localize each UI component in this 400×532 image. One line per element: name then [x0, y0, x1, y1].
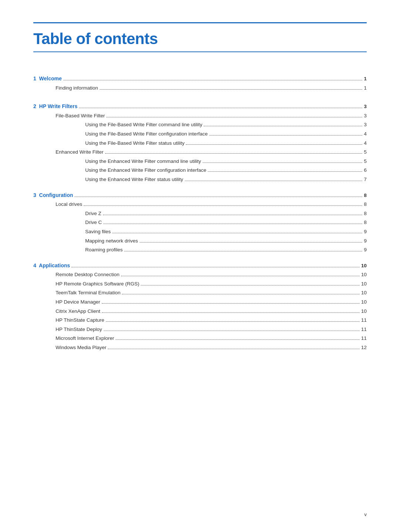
toc-page-thinstate-capture: 11 [361, 316, 367, 324]
page-container: Table of contents 1 Welcome 1 Finding in… [0, 0, 400, 389]
toc-label-ms-ie: Microsoft Internet Explorer [56, 334, 114, 342]
toc-dots-hp-rgs [141, 285, 360, 285]
toc-entry-drive-c: Drive C 8 [33, 218, 367, 227]
toc-page-fbwf-config: 4 [364, 130, 367, 138]
toc-label-roaming-profiles: Roaming profiles [85, 246, 123, 254]
toc-page-teemtalk: 10 [361, 289, 367, 297]
toc-dots-fbwf [106, 117, 362, 117]
toc-page-ewf: 5 [364, 148, 367, 156]
toc-page-citrix-xenapp: 10 [361, 307, 367, 315]
toc-page-thinstate-deploy: 11 [361, 325, 367, 334]
toc-section-2: 2 HP Write Filters 3 File-Based Write Fi… [33, 102, 367, 183]
toc-page-hp-device-manager: 10 [361, 298, 367, 306]
toc-page-ewf-status: 7 [364, 175, 367, 184]
toc-dots-welcome [63, 80, 363, 80]
toc-dots-ms-ie [116, 339, 360, 340]
toc-page-fbwf-cli: 3 [364, 121, 367, 129]
toc-page-welcome: 1 [364, 75, 367, 83]
toc-entry-ewf-config: Using the Enhanced Write Filter configur… [33, 166, 367, 174]
toc-page-finding-information: 1 [364, 84, 367, 92]
toc-entry-ewf: Enhanced Write Filter 5 [33, 148, 367, 156]
page-footer: v [364, 512, 367, 517]
toc-dots-hp-device-manager [102, 303, 360, 304]
toc-page-hp-rgs: 10 [361, 280, 367, 288]
toc-label-applications: 4 Applications [33, 261, 70, 270]
toc-section-4: 4 Applications 10 Remote Desktop Connect… [33, 261, 367, 352]
toc-section-1: 1 Welcome 1 Finding information 1 [33, 74, 367, 92]
toc-dots-drive-z [103, 215, 363, 215]
toc-page-ewf-cli: 5 [364, 157, 367, 165]
toc-page-applications: 10 [361, 262, 367, 270]
toc-entry-fbwf-status: Using the File-Based Write Filter status… [33, 139, 367, 147]
toc-label-drive-c: Drive C [85, 218, 102, 227]
toc-dots-fbwf-config [209, 135, 363, 135]
toc-label-hp-write-filters: 2 HP Write Filters [33, 102, 77, 110]
toc-page-configuration: 8 [364, 191, 367, 200]
toc-dots-remote-desktop [121, 276, 360, 276]
toc-dots-ewf-status [185, 181, 363, 181]
toc-page-saving-files: 9 [364, 228, 367, 236]
toc-page-ewf-config: 6 [364, 166, 367, 174]
toc-label-thinstate-deploy: HP ThinState Deploy [56, 325, 102, 334]
toc-label-ewf: Enhanced Write Filter [56, 148, 104, 156]
toc-dots-ewf-cli [203, 163, 363, 163]
toc-entry-roaming-profiles: Roaming profiles 9 [33, 246, 367, 254]
toc-page-fbwf-status: 4 [364, 139, 367, 147]
toc-entry-mapping-network-drives: Mapping network drives 9 [33, 237, 367, 245]
toc-page-drive-c: 8 [364, 218, 367, 227]
toc-dots-fbwf-status [186, 144, 362, 145]
toc-entry-applications: 4 Applications 10 [33, 261, 367, 270]
toc-entry-hp-device-manager: HP Device Manager 10 [33, 298, 367, 306]
footer-page-number: v [364, 512, 367, 517]
toc-entry-thinstate-deploy: HP ThinState Deploy 11 [33, 325, 367, 334]
toc-page-hp-write-filters: 3 [364, 103, 367, 111]
toc-entry-remote-desktop: Remote Desktop Connection 10 [33, 271, 367, 279]
toc-page-local-drives: 8 [364, 200, 367, 208]
toc-label-fbwf: File-Based Write Filter [56, 112, 105, 120]
toc-label-finding-information: Finding information [56, 84, 98, 92]
toc-label-thinstate-capture: HP ThinState Capture [56, 316, 104, 324]
toc-entry-windows-media-player: Windows Media Player 12 [33, 344, 367, 352]
toc-page-ms-ie: 11 [361, 334, 367, 342]
toc-label-ewf-cli: Using the Enhanced Write Filter command … [85, 157, 201, 165]
toc-entry-hp-write-filters: 2 HP Write Filters 3 [33, 102, 367, 111]
toc-entry-fbwf-cli: Using the File-Based Write Filter comman… [33, 121, 367, 129]
toc-entry-ms-ie: Microsoft Internet Explorer 11 [33, 334, 367, 342]
toc-entry-drive-z: Drive Z 8 [33, 210, 367, 218]
toc-page-mapping-network-drives: 9 [364, 237, 367, 245]
toc-label-remote-desktop: Remote Desktop Connection [56, 271, 120, 279]
toc-label-citrix-xenapp: Citrix XenApp Client [56, 307, 100, 315]
toc-label-windows-media-player: Windows Media Player [56, 344, 106, 352]
toc-entry-welcome: 1 Welcome 1 [33, 74, 367, 83]
toc-dots-fbwf-cli [204, 126, 362, 126]
toc-page-fbwf: 3 [364, 112, 367, 120]
toc-label-configuration: 3 Configuration [33, 191, 73, 199]
toc-label-hp-device-manager: HP Device Manager [56, 298, 100, 306]
toc-dots-applications [71, 267, 360, 267]
toc-label-local-drives: Local drives [56, 200, 82, 208]
toc-entry-configuration: 3 Configuration 8 [33, 191, 367, 200]
toc-dots-windows-media-player [108, 349, 360, 349]
bottom-title-rule [33, 51, 367, 52]
toc-dots-teemtalk [122, 294, 360, 294]
toc-entry-local-drives: Local drives 8 [33, 200, 367, 208]
toc-entry-hp-rgs: HP Remote Graphics Software (RGS) 10 [33, 280, 367, 288]
toc-label-fbwf-status: Using the File-Based Write Filter status… [85, 139, 184, 147]
toc-entry-ewf-cli: Using the Enhanced Write Filter command … [33, 157, 367, 165]
toc-dots-mapping-network-drives [140, 242, 363, 242]
toc-page-drive-z: 8 [364, 210, 367, 218]
toc-label-ewf-config: Using the Enhanced Write Filter configur… [85, 166, 206, 174]
toc-label-welcome: 1 Welcome [33, 74, 62, 83]
toc-label-hp-rgs: HP Remote Graphics Software (RGS) [56, 280, 139, 288]
toc-entry-finding-information: Finding information 1 [33, 84, 367, 92]
toc-dots-configuration [74, 197, 362, 197]
toc-dots-finding-information [100, 89, 363, 90]
toc-label-ewf-status: Using the Enhanced Write Filter status u… [85, 175, 183, 184]
toc-entry-saving-files: Saving files 9 [33, 228, 367, 236]
toc-label-mapping-network-drives: Mapping network drives [85, 237, 138, 245]
toc-page-roaming-profiles: 9 [364, 246, 367, 254]
toc-dots-local-drives [84, 205, 362, 206]
toc-dots-citrix-xenapp [102, 312, 360, 313]
toc-page-remote-desktop: 10 [361, 271, 367, 279]
toc-label-fbwf-cli: Using the File-Based Write Filter comman… [85, 121, 202, 129]
